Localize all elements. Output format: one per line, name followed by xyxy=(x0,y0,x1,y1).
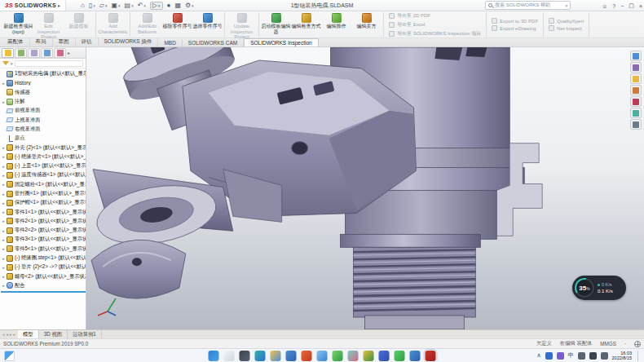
tree-item[interactable]: 右视基准面 xyxy=(1,125,86,134)
undo-icon[interactable]: ↶▾ xyxy=(138,2,146,9)
file-explorer-tab[interactable] xyxy=(630,73,642,84)
command-tab[interactable]: SOLIDWORKS 插件 xyxy=(99,38,159,46)
tree-item[interactable]: ▸ 保护帽<1> (默认<<默认>_显示状 xyxy=(1,198,86,207)
solidworks-icon[interactable] xyxy=(426,351,436,361)
ribbon-button[interactable]: 启动模板编辑器 xyxy=(261,12,291,37)
custom-properties-tab[interactable] xyxy=(630,108,642,118)
taskbar-clock[interactable]: 16:032022/8/15 xyxy=(612,351,632,360)
rebuild-icon[interactable]: ● xyxy=(167,2,171,9)
print-icon[interactable]: ▤▾ xyxy=(125,2,134,9)
tray-chevron-icon[interactable]: ∧ xyxy=(536,352,540,359)
tree-item[interactable]: ▸ 零件3<1> (默认<<默认>_显示状态 xyxy=(1,235,86,244)
solidworks-logo[interactable]: 3S SOLIDWORKS ▸ xyxy=(0,0,66,11)
tree-item[interactable]: ▸ (-) 温度传感器<1> (默认<<默认>_ xyxy=(1,170,86,179)
command-tab[interactable]: SOLIDWORKS CAM xyxy=(183,39,244,46)
tree-item[interactable]: ▸ History xyxy=(1,78,86,87)
ribbon-button[interactable]: 选择零件序号 xyxy=(192,12,223,37)
ribbon-button[interactable]: 新建检查项目 (ixprj) xyxy=(3,12,33,37)
menu-expand-icon[interactable]: ▸ xyxy=(58,2,60,8)
security-icon[interactable] xyxy=(557,352,564,360)
tree-item[interactable]: ▸ 零件1<1> (默认<<默认>_显示状态 xyxy=(1,207,86,216)
command-tab[interactable]: 布局 xyxy=(30,38,53,46)
browser-360-icon[interactable] xyxy=(348,351,359,361)
tree-item[interactable]: ▸ 零件2<1> (默认<<默认>_显示状态 xyxy=(1,217,86,226)
featuremanager-tree-tab[interactable] xyxy=(2,48,14,58)
help-search-box[interactable]: 搜索 SOLIDWORKS 帮助 ▾ xyxy=(485,1,571,10)
tree-item[interactable]: ▸ 外壳 (2)<1> (默认<<默认>_显示状 xyxy=(1,143,86,152)
qq-icon[interactable] xyxy=(317,351,328,361)
tab-nav-arrow-icon[interactable]: ▸ xyxy=(10,332,12,337)
file-properties-icon[interactable]: ▦ xyxy=(174,2,181,9)
ime-indicator[interactable]: 中 xyxy=(568,351,574,360)
document-tab[interactable]: 3D 视图 xyxy=(39,330,68,338)
onedrive-icon[interactable] xyxy=(545,352,553,360)
tree-item[interactable]: ▸ 零件5<1> (默认<<默认>_显示状态 xyxy=(1,245,86,254)
close-icon[interactable]: × xyxy=(639,3,642,9)
tree-item[interactable]: 传感器 xyxy=(1,88,86,97)
app-green-icon[interactable] xyxy=(333,351,343,361)
volume-icon[interactable] xyxy=(601,352,608,360)
edge-icon[interactable] xyxy=(255,351,266,361)
user-account-icon[interactable]: ☺ xyxy=(602,3,607,9)
command-tab[interactable]: SOLIDWORKS Inspection xyxy=(244,38,319,46)
command-tab[interactable]: 草图 xyxy=(53,38,76,46)
tree-item[interactable]: ▸ (-) 垫片 (2)<2> ->? (默认<<默认> xyxy=(1,263,86,272)
configurationmanager-tab[interactable] xyxy=(28,48,40,58)
restore-icon[interactable]: ▢ xyxy=(629,2,634,9)
home-icon[interactable]: ⌂ xyxy=(81,2,85,9)
tree-item[interactable]: ▸ 配合 xyxy=(1,281,86,290)
reader-icon[interactable] xyxy=(379,351,390,361)
ribbon-button[interactable]: 编辑检查方式 xyxy=(291,12,321,37)
tree-item[interactable]: ▸ 螺母<2> (默认<<默认>_显示状态 xyxy=(1,272,86,281)
new-document-icon[interactable]: ▯▾ xyxy=(89,2,95,9)
tree-item[interactable]: ▸ 固定螺栓<1> (默认<<默认>_显示 xyxy=(1,180,86,189)
panel-tabs-overflow-icon[interactable]: ▸ xyxy=(68,50,70,55)
tree-root-item[interactable]: 1型铠装热电偶 (默认<默认_显示状态-1> xyxy=(1,69,86,78)
tab-scroll-arrows[interactable]: ◂◂▸▸ xyxy=(0,332,18,337)
appearances-scenes-tab[interactable] xyxy=(630,96,642,107)
select-arrow-icon[interactable]: ▷▾ xyxy=(150,2,163,10)
tree-item[interactable]: 原点 xyxy=(1,134,86,143)
dimxpertmanager-tab[interactable] xyxy=(41,48,53,58)
tree-filter-input[interactable] xyxy=(15,60,83,67)
command-tab[interactable]: 评估 xyxy=(76,38,99,46)
task-view-button[interactable] xyxy=(240,351,250,361)
ribbon-button[interactable]: 移除零件序号 xyxy=(162,12,192,37)
tree-item[interactable]: 前视基准面 xyxy=(1,106,86,115)
minimize-icon[interactable]: − xyxy=(620,3,624,9)
tab-nav-arrow-icon[interactable]: ▸ xyxy=(14,332,16,337)
tree-item[interactable]: ▸ 零件2<2> (默认<<默认>_显示状态 xyxy=(1,226,86,235)
search-dropdown-icon[interactable]: ▾ xyxy=(565,3,567,8)
tree-item[interactable]: 上视基准面 xyxy=(1,115,86,124)
help-icon[interactable]: ? xyxy=(612,3,615,9)
filter-dropdown-icon[interactable]: ▾ xyxy=(11,61,13,66)
wps-icon[interactable] xyxy=(410,351,421,361)
tree-item[interactable]: ▸ 密封圈<1> (默认<<默认>_显示状 xyxy=(1,189,86,198)
mail-icon[interactable] xyxy=(286,351,297,361)
widgets-icon[interactable] xyxy=(4,351,15,361)
file-explorer-icon[interactable] xyxy=(271,351,281,361)
tree-item[interactable]: ▸ (-) 绝缘圈.step<1> (默认<<默认> xyxy=(1,254,86,263)
view-palette-tab[interactable] xyxy=(630,85,642,95)
options-icon[interactable]: ⚙▾ xyxy=(185,2,194,9)
forum-tab[interactable] xyxy=(630,119,642,130)
command-tab[interactable]: 装配体 xyxy=(2,38,30,46)
3d-viewport[interactable]: 35% 0 K/s 0.1 K/s xyxy=(86,47,644,329)
displaymanager-tab[interactable] xyxy=(54,48,66,58)
filter-funnel-icon[interactable] xyxy=(2,61,9,65)
powerpoint-icon[interactable] xyxy=(302,351,312,361)
solidworks-resources-tab[interactable] xyxy=(630,51,642,61)
ribbon-button[interactable]: 编辑卖方 xyxy=(351,12,382,37)
propertymanager-tab[interactable] xyxy=(15,48,27,58)
search-button[interactable] xyxy=(224,351,235,361)
panel-splitter[interactable] xyxy=(1,291,86,293)
monitor-icon[interactable] xyxy=(589,352,597,360)
wechat-icon[interactable] xyxy=(395,351,405,361)
document-tab[interactable]: 运动算例1 xyxy=(68,330,102,338)
command-tab[interactable]: MBD xyxy=(158,39,182,46)
tab-nav-arrow-icon[interactable]: ◂ xyxy=(2,332,5,337)
tree-item[interactable]: ▸ (-) 绝缘垫片<1> (默认<<默认>_显 xyxy=(1,152,86,161)
tree-item[interactable]: ▸ (-) 上盖<1> (默认<<默认>_显示状 xyxy=(1,161,86,170)
tab-nav-arrow-icon[interactable]: ◂ xyxy=(7,332,9,337)
save-icon[interactable]: ▣▾ xyxy=(111,2,120,9)
